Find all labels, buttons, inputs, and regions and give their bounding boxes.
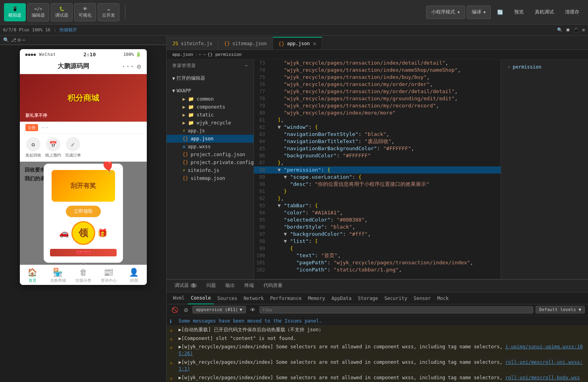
code-line: 80 "wjyk_recycle/pages/index/more/more" <box>254 109 501 117</box>
debugger-button[interactable]: 🐛 调试器 <box>51 3 73 21</box>
code-line: 83 "navigationBarTextStyle": "black", <box>254 131 501 138</box>
devtools-tab-mock[interactable]: Mock <box>434 292 452 304</box>
editor-button[interactable]: </> 编辑器 <box>27 3 49 21</box>
file-app-js[interactable]: ⚡ app.js <box>167 127 254 135</box>
home-icon: 🏠 <box>27 267 37 277</box>
scratch-modal-overlay[interactable]: 🎈 刮开有奖 立即领取 🚗 领 <box>20 162 147 265</box>
devtools-tab-appdata[interactable]: AppData <box>328 292 355 304</box>
tab-home[interactable]: 🏠 首页 <box>20 267 45 283</box>
scratch-claim-button[interactable]: 立即领取 <box>66 206 101 217</box>
file-project-private[interactable]: {} project.private.config.json <box>167 159 254 166</box>
breadcrumb-section: {} permission <box>208 52 242 57</box>
modal-close-button[interactable]: ✕ <box>78 264 89 265</box>
cloud-button[interactable]: ☁ 云开发 <box>98 3 119 21</box>
json-file-icon: {} <box>183 136 188 141</box>
devtools-tab-sources[interactable]: Sources <box>214 292 240 304</box>
outline-permission: › permission <box>501 63 588 71</box>
more-icon[interactable]: ⋯ <box>245 63 248 68</box>
open-editors-toggle[interactable]: ▼ 打开的编辑器 <box>167 73 254 83</box>
file-app-wxss[interactable]: ≡ app.wxss <box>167 143 254 151</box>
service-item-3[interactable]: ✓ 完成订单 <box>65 137 81 158</box>
tab-news[interactable]: 📰 资讯中心 <box>96 267 121 283</box>
more-options-icon[interactable]: ⋯ <box>22 37 25 43</box>
devtools-tab-security[interactable]: Security <box>381 292 411 304</box>
devtools-tab-sensor[interactable]: Sensor <box>410 292 434 304</box>
code-line: 75 "wjyk_recycle/pages/transaction/index… <box>254 74 501 81</box>
service-dropdown[interactable]: appservice (#11) ▼ <box>192 306 246 313</box>
console-message-5: ⚠ ▶[wjyk_recycle/pages/index/index] Some… <box>167 374 588 382</box>
tab-exchange[interactable]: 🏪 兑换商城 <box>45 267 71 283</box>
close-tab-button[interactable]: × <box>313 40 316 47</box>
real-machine-button[interactable]: 真机调试 <box>530 7 559 17</box>
simulate-button[interactable]: 📱 模拟器 <box>4 3 26 21</box>
bottom-tab-problems[interactable]: 问题 <box>202 280 221 292</box>
console-toolbar: 🚫 ⊘ appservice (#11) ▼ 👁 Default levels … <box>167 304 588 315</box>
bottom-tab-quality[interactable]: 代码质量 <box>259 280 287 292</box>
error-link[interactable]: i-upimg/sunui-upimg.wxss:105:26) <box>179 344 583 356</box>
devtools-tab-performance[interactable]: Performance <box>267 292 305 304</box>
check-icon: ✓ <box>66 137 80 151</box>
refresh-button[interactable]: 🔄 <box>492 8 508 17</box>
tab-app-json[interactable]: {} app.json × <box>273 37 323 50</box>
tab-my[interactable]: 👤 的我 <box>121 267 147 283</box>
visual-button[interactable]: 👁 可视化 <box>74 3 96 21</box>
error-link-3[interactable]: roll-uni/mescroll-body.wxss:1:1) <box>179 375 580 382</box>
layout-icon[interactable]: ⊞ <box>582 27 585 32</box>
devtools-tab-network[interactable]: Network <box>240 292 267 304</box>
devtools-tab-storage[interactable]: Storage <box>355 292 381 304</box>
code-editor[interactable]: 73 "wjyk_recycle/pages/transaction/index… <box>254 59 501 279</box>
clear-button[interactable]: 清缓存 <box>560 7 584 17</box>
bottom-tab-terminal[interactable]: 终端 <box>240 280 259 292</box>
console-eye-button[interactable]: 👁 <box>248 306 257 314</box>
search-files-icon[interactable]: 🔍 <box>3 37 9 43</box>
devtools-tab-wxml[interactable]: Wxml <box>170 292 188 304</box>
js-file-icon: ⚡ <box>183 128 185 134</box>
folder-wjyk[interactable]: ▶ 📁 wjyk_recycle <box>167 119 254 127</box>
devtools-tab-console[interactable]: Console <box>188 292 214 304</box>
preview-button[interactable]: 预览 <box>509 7 528 17</box>
levels-dropdown[interactable]: Default levels ▼ <box>536 306 585 313</box>
stop-icon[interactable]: ⏹ <box>566 27 570 32</box>
status-right: 100% 🔋 <box>123 52 141 57</box>
service-item-2[interactable]: 📅 线上预约 <box>45 137 61 158</box>
bottom-tab-debugger[interactable]: 调试器 5 <box>170 280 202 292</box>
chevron-right-icon: › <box>507 64 510 70</box>
console-filter-input[interactable] <box>259 306 533 313</box>
code-line: 101 "pagePath": "wjyk_recycle/pages/tran… <box>254 259 501 266</box>
wxapp-toggle[interactable]: ▼ WXAPP <box>167 86 254 95</box>
service-item-1[interactable]: ♻ 发起回收 <box>25 137 41 158</box>
console-clear-button[interactable]: 🚫 <box>170 306 180 314</box>
tab-sitemap-json[interactable]: {} sitemap.json <box>218 37 273 50</box>
error-link-2[interactable]: roll-uni/mescroll-uni.wxss:1:1) <box>179 359 583 372</box>
file-sitemap[interactable]: {} sitemap.json <box>167 174 254 182</box>
device-tools: 📱 模拟器 </> 编辑器 🐛 调试器 👁 可视化 ☁ 云开发 <box>4 3 119 21</box>
breadcrumb-nav-forward[interactable]: → <box>203 52 206 57</box>
folder-static[interactable]: ▶ 📁 static <box>167 111 254 119</box>
tab-siteinfo-js[interactable]: JS siteinfo.js <box>167 37 218 50</box>
split-editor-icon[interactable]: ⊡ <box>18 37 21 43</box>
bottom-tab-output[interactable]: 输出 <box>221 280 240 292</box>
search-icon[interactable]: 🔍 <box>557 27 563 32</box>
file-project-config[interactable]: {} project.config.json <box>167 151 254 159</box>
signal-indicator: ●●●● WeChat <box>25 52 56 57</box>
folder-components[interactable]: ▶ 📁 components <box>167 103 254 111</box>
json-file-icon: {} <box>183 176 188 181</box>
file-siteinfo[interactable]: ⚡ siteinfo.js <box>167 166 254 174</box>
menu-dots-icon[interactable]: ··· <box>121 62 135 71</box>
breadcrumb-nav-back[interactable]: ← <box>199 52 202 57</box>
scratch-card[interactable]: 刮开有奖 <box>52 170 115 202</box>
console-block-button[interactable]: ⊘ <box>182 306 190 314</box>
hot-cut[interactable]: 热键截开 <box>60 27 77 33</box>
warning-icon: ⚠ <box>170 375 176 381</box>
version-control-icon[interactable]: ⎇ <box>11 37 16 43</box>
mode-dropdown[interactable]: 小程序模式 ▼ <box>426 6 465 19</box>
banner-text: 积分商城 <box>67 93 99 103</box>
folder-common[interactable]: ▶ 📁 common <box>167 95 254 103</box>
devtools-tab-memory[interactable]: Memory <box>305 292 328 304</box>
second-toolbar: 6/7/8 Plus 100% 16 | 热键截开 🔍 ⏹ 📱 ⊞ <box>0 25 588 36</box>
phone-icon[interactable]: 📱 <box>573 27 579 32</box>
translate-dropdown[interactable]: 编译 ▼ <box>467 6 491 19</box>
camera-icon[interactable]: ⊙ <box>137 62 141 71</box>
tab-recycle[interactable]: 🗑 垃圾分类 <box>71 267 96 283</box>
file-app-json[interactable]: {} app.json <box>167 135 254 143</box>
